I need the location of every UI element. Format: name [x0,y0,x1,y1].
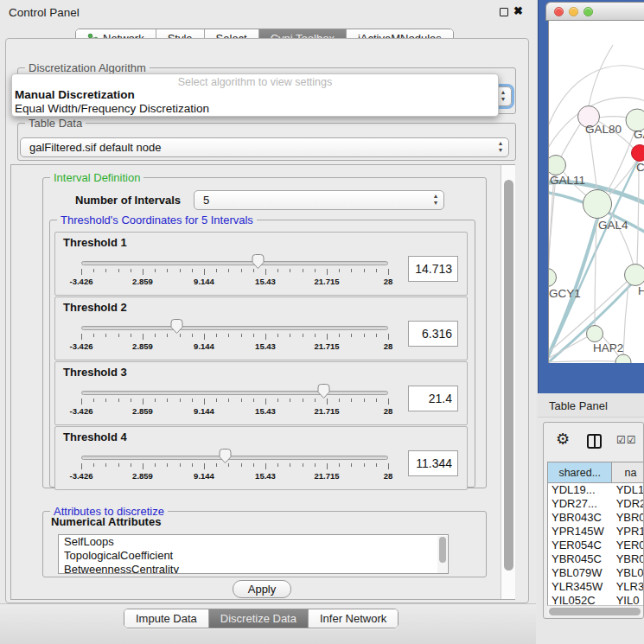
network-node-GCY1[interactable] [549,269,557,287]
slider-tick [327,399,328,405]
threshold-row: Threshold 3-3.4262.8599.14415.4321.71528… [54,361,468,425]
table-header-shared-name[interactable]: shared... [548,462,612,483]
slider-tick [376,334,377,337]
slider-track[interactable] [81,326,388,330]
slider-tick [81,399,82,405]
slider-tick [303,399,303,402]
table-row[interactable]: YBR045CYBR0 [548,552,644,566]
cell-name: YER0 [613,539,644,552]
table-row[interactable]: YPR145WYPR1 [548,525,644,539]
table-row[interactable]: YIL052CYIL0 [548,594,644,605]
attribute-list-item[interactable]: SelfLoops [59,535,448,549]
tab-infer-network[interactable]: Infer Network [309,609,398,628]
column-checkbox-icons[interactable]: ☑☑ [616,434,637,446]
slider-tick-label: -3.426 [61,341,101,351]
slider-tick [339,269,340,272]
minimize-traffic-light-icon[interactable] [569,7,578,16]
slider-tick [364,334,365,337]
table-row[interactable]: YBL079WYBL0 [548,566,644,580]
threshold-row: Threshold 1-3.4262.8599.14415.4321.71528… [54,232,468,296]
threshold-value-field[interactable]: 11.344 [408,450,458,476]
horizontal-scrollbar-thumb[interactable] [549,608,641,615]
network-node-GAL4[interactable] [583,190,612,219]
cell-shared-name: YDR27... [548,497,613,511]
tab-label: Impute Data [136,612,197,625]
apply-button[interactable]: Apply [233,580,291,598]
slider-thumb[interactable] [169,318,184,335]
table-row[interactable]: YBR043CYBR0 [548,511,644,525]
tab-impute-data[interactable]: Impute Data [124,609,209,628]
float-window-icon[interactable] [500,8,508,16]
cell-shared-name: YLR345W [548,580,613,594]
cell-shared-name: YBR045C [548,552,613,566]
network-node-C[interactable] [632,145,644,162]
vertical-scrollbar[interactable] [501,165,515,599]
slider-tick [253,334,254,337]
table-row[interactable]: YER054CYER0 [548,539,644,552]
slider-track[interactable] [81,391,388,395]
slider-thumb[interactable] [218,448,233,464]
network-node-H[interactable] [625,265,644,286]
network-node-GAL11[interactable] [549,156,566,175]
threshold-value-field[interactable]: 14.713 [408,256,458,282]
table-data-combobox[interactable]: galFiltered.sif default node ▴▾ [20,137,509,157]
threshold-label: Threshold 3 [63,366,127,379]
combo-stepper-icon: ▴▾ [499,140,502,154]
threshold-coordinates-title: Threshold's Coordinates for 5 Intervals [57,214,257,226]
network-node-label: GAL4 [598,219,628,232]
slider-track[interactable] [81,456,388,460]
table-row[interactable]: YDL19...YDL1 [548,483,644,497]
horizontal-scrollbar[interactable] [547,605,644,616]
slider-tick [118,463,119,467]
vertical-scrollbar-thumb[interactable] [504,180,513,571]
slider-tick [376,399,377,402]
slider-tick [155,463,156,467]
network-edge [549,175,556,269]
algorithm-placeholder-item[interactable]: Select algorithm to view settings [12,74,498,88]
table-row[interactable]: YLR345WYLR3 [548,580,644,594]
network-node-label: GCY1 [549,287,581,300]
close-traffic-light-icon[interactable] [554,7,564,16]
slider-tick [155,399,156,402]
network-node-HAP2[interactable] [587,326,603,342]
slider-tick [105,463,106,467]
slider-tick [265,269,266,275]
threshold-value-field[interactable]: 21.4 [408,386,458,411]
slider-tick-label: 2.859 [123,471,163,481]
slider-tick [265,463,266,469]
slider-tick [339,399,340,402]
network-view-window: GAL80GACGAL11GAL4GCY1HHAP2 [538,0,644,393]
split-columns-icon[interactable] [587,434,602,449]
numerical-attributes-list[interactable]: SelfLoopsTopologicalCoefficientBetweenne… [58,534,449,574]
table-row[interactable]: YDR27...YDR2 [548,497,644,511]
threshold-value-field[interactable]: 6.316 [408,321,458,347]
zoom-traffic-light-icon[interactable] [583,7,593,16]
table-data-combobox-value: galFiltered.sif default node [29,141,161,154]
network-canvas[interactable]: GAL80GACGAL11GAL4GCY1HHAP2 [548,21,644,363]
slider-tick [241,334,242,337]
slider-tick [290,399,290,402]
slider-tick [290,463,290,467]
algorithm-option[interactable]: Equal Width/Frequency Discretization [12,102,498,116]
attribute-list-item[interactable]: TopologicalCoefficient [59,549,448,563]
network-window-titlebar[interactable] [545,2,644,21]
attribute-list-item[interactable]: BetweennessCentrality [59,563,448,574]
tab-discretize-data[interactable]: Discretize Data [209,609,309,628]
slider-tick [253,463,254,467]
slider-tick [339,463,340,467]
slider-tick [93,269,94,272]
slider-tick [351,334,352,337]
slider-tick [265,334,266,340]
number-of-intervals-combobox[interactable]: 5 ▴▾ [194,190,444,210]
slider-track[interactable] [81,261,388,265]
table-header-name[interactable]: na [612,462,644,483]
slider-thumb[interactable] [316,383,331,399]
close-icon[interactable]: ✖ [513,4,523,17]
table-panel-title: Table Panel [549,399,608,412]
list-scrollbar[interactable] [437,536,447,574]
network-node-label: GAL11 [550,174,585,187]
gear-icon[interactable]: ⚙ [556,430,570,449]
slider-thumb[interactable] [251,253,265,270]
algorithm-option[interactable]: Manual Discretization [12,88,498,102]
interval-definition-group: Interval Definition Number of Intervals … [42,177,487,488]
